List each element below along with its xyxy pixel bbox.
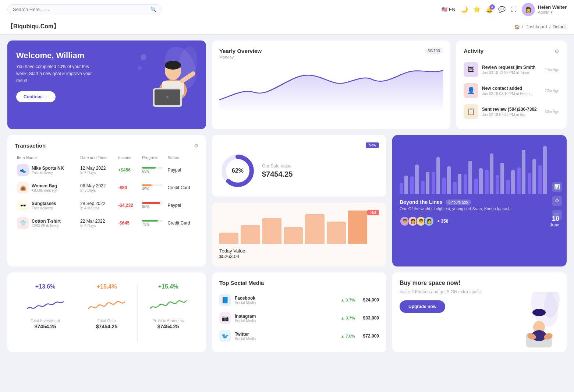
progress-bar	[142, 220, 163, 222]
main-top-row: Welcome, William You have completed 40% …	[0, 35, 574, 135]
user-role: Admin ▾	[538, 10, 567, 15]
middle-cards: New 62% Our Sale Value $7454.25 Ho	[212, 135, 386, 266]
star-icon[interactable]: ⭐	[473, 6, 481, 13]
transaction-settings-icon[interactable]: ⚙	[194, 143, 199, 149]
bar-group	[400, 176, 408, 194]
social-change: ▲ 3.7%	[341, 316, 355, 320]
tx-progress-cell: 85%	[140, 197, 165, 214]
theme-toggle[interactable]: 🌙	[461, 6, 468, 13]
tx-column-header: Income	[116, 154, 140, 161]
today-bar	[241, 225, 260, 244]
activity-item: 🖼 Review request jim Smith Jan 03 19 12:…	[464, 59, 559, 80]
progress-bar	[142, 167, 163, 169]
transaction-title: Transaction	[15, 142, 46, 149]
tx-days: In 6 Days	[80, 171, 114, 175]
language-label: EN	[449, 7, 456, 12]
tx-column-header: Status	[165, 154, 199, 161]
side-icons: 📊 ⚙ 🛒	[552, 182, 562, 220]
social-change: ▲ 3.7%	[341, 298, 355, 302]
bar-dark	[464, 174, 467, 194]
user-profile[interactable]: 👩 Helen Walter Admin ▾	[522, 3, 567, 16]
transaction-table: Item NameDate and TimeIncomeProgressStat…	[15, 154, 199, 232]
tx-item-cell: 🕶️ Sunglasses Free delivery	[15, 197, 78, 214]
progress-bar	[142, 184, 163, 186]
language-selector[interactable]: 🇺🇸 EN	[442, 7, 456, 12]
tx-date: 06 May 2022	[80, 183, 114, 188]
bar-chart-bars	[400, 142, 559, 194]
activity-title: Activity	[464, 48, 483, 54]
bar-group	[453, 174, 461, 194]
svg-point-18	[532, 309, 546, 316]
table-row: 👟 Nike Sports NK Free delivery 12 May 20…	[15, 161, 199, 179]
stat-investment-label: Total Investment	[18, 318, 72, 323]
bar-dark	[453, 182, 457, 194]
activity-thumb: 📋	[464, 104, 478, 119]
home-icon[interactable]: 🏠	[514, 24, 520, 29]
social-list: 📘 Facebook Social Media ▲ 3.7% $24,000 📷…	[219, 291, 379, 345]
fullscreen[interactable]: ⛶	[511, 6, 517, 13]
flag-icon: 🇺🇸	[442, 7, 447, 12]
bar-light	[543, 146, 547, 194]
settings-icon[interactable]: ⚙	[552, 196, 562, 206]
beyond-info: Beyond the Lines 6 hours ago One Of the …	[400, 199, 559, 227]
stat-investment-value: $7454.25	[18, 324, 72, 329]
stat-profit-value: $7454.25	[141, 324, 195, 329]
search-input[interactable]	[13, 7, 148, 12]
breadcrumb-dashboard[interactable]: Dashboard	[525, 24, 547, 29]
breadcrumb-default: Default	[553, 24, 567, 29]
list-item: 📷 Instagram Social Media ▲ 3.7% $33,000	[219, 309, 379, 327]
third-row: +13.6% Total Investment $7454.25 +15.4% …	[0, 272, 574, 358]
social-media-icon: 📷	[219, 312, 231, 324]
bar-light	[532, 159, 536, 194]
notification-badge: 4	[490, 4, 495, 10]
tx-status: Credit Card	[165, 179, 199, 197]
bar-group	[506, 170, 515, 194]
sale-info: Our Sale Value $7454.25	[262, 163, 293, 179]
beyond-title-row: Beyond the Lines 6 hours ago	[400, 199, 559, 205]
search-box[interactable]: 🔍	[7, 4, 162, 14]
bar-light	[490, 153, 493, 194]
tx-column-header: Date and Time	[78, 154, 116, 161]
today-bar	[284, 227, 303, 244]
continue-button[interactable]: Continue →	[16, 91, 56, 102]
activity-item-time: 30m Ago	[545, 110, 559, 114]
welcome-illustration	[129, 44, 202, 110]
bar-dark	[474, 179, 478, 194]
bar-group	[410, 165, 419, 194]
tx-item-sub: Free delivery	[32, 206, 56, 210]
today-value: $5263.04	[219, 254, 379, 259]
date-month: June	[550, 223, 559, 227]
bar-light	[522, 150, 525, 194]
activity-content: Review request jim Smith Jan 03 19 12:25…	[482, 65, 541, 75]
chart-icon[interactable]: 📊	[552, 182, 562, 192]
tx-date: 28 Sep 2022	[80, 201, 114, 206]
activity-item: 👤 New contact added Jan 02 19 03:10 PM a…	[464, 80, 559, 101]
social-sub: Social Media	[235, 319, 256, 323]
social-media-icon: 🐦	[219, 330, 231, 342]
welcome-desc: You have completed 40% of your this week…	[16, 63, 97, 85]
bar-light	[500, 163, 504, 194]
activity-item-title: Sent review (504)236-7302	[482, 107, 541, 112]
svg-point-11	[138, 66, 142, 70]
messages[interactable]: 💬	[498, 6, 506, 13]
sale-title: Our Sale Value	[262, 163, 293, 169]
activity-item-time: 14m Ago	[545, 68, 559, 72]
tx-item-icon: 👟	[17, 164, 29, 176]
activity-card: Activity ⚙ 🖼 Review request jim Smith Ja…	[456, 40, 567, 129]
upgrade-button[interactable]: Upgrade now	[400, 300, 445, 313]
tx-item-name: Women Bag	[32, 183, 57, 188]
welcome-card: Welcome, William You have completed 40% …	[7, 40, 206, 129]
plus-count: + 350	[437, 219, 448, 224]
bar-chart-card: Beyond the Lines 6 hours ago One Of the …	[392, 135, 567, 266]
notifications[interactable]: 🔔 4	[486, 6, 493, 13]
tx-item-cell: 👕 Cotton T-shirt ₹283.65 delivery	[15, 214, 78, 232]
beyond-desc: One Of the world,s brightest, young surf…	[400, 206, 559, 211]
stat-profit-label: Profit in 6 months	[141, 318, 195, 323]
activity-settings-icon[interactable]: ⚙	[554, 48, 559, 54]
search-icon: 🔍	[150, 7, 156, 12]
cart-icon[interactable]: 🛒	[552, 210, 562, 220]
donut-wrap: 62% Our Sale Value $7454.25	[219, 152, 379, 189]
activity-item: 📋 Sent review (504)236-7302 Jan 02 19 07…	[464, 101, 559, 122]
bar-group	[485, 153, 493, 194]
today-hot-badge: Hot	[367, 210, 379, 215]
